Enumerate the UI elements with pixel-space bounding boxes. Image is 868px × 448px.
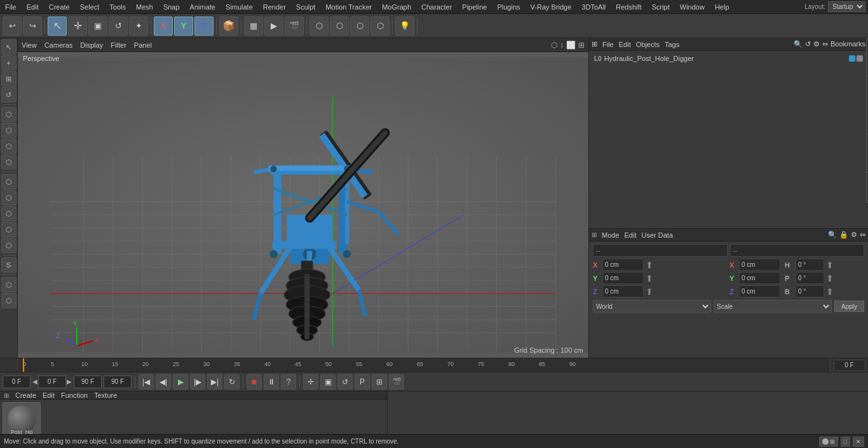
- undo-button[interactable]: ↩: [3, 17, 22, 36]
- menu-window[interactable]: Window: [675, 2, 710, 12]
- menu-motion-tracker[interactable]: Motion Tracker: [320, 2, 377, 12]
- transform-button[interactable]: ✦: [129, 17, 148, 36]
- loop-button[interactable]: ↻: [224, 374, 240, 390]
- left-tool-8[interactable]: ⬡: [1, 154, 17, 170]
- menu-plugins[interactable]: Plugins: [492, 2, 525, 12]
- left-tool-10[interactable]: ⬡: [1, 190, 17, 205]
- menu-edit[interactable]: Edit: [22, 2, 44, 12]
- y-axis-button[interactable]: Y: [174, 17, 193, 36]
- left-tool-9[interactable]: ⬡: [1, 174, 17, 189]
- menu-redshift[interactable]: Redshift: [611, 2, 646, 12]
- objects-menu-edit[interactable]: Edit: [619, 41, 631, 48]
- b-rotation-input[interactable]: [796, 285, 824, 297]
- render-view-button[interactable]: ▶: [264, 17, 283, 36]
- attr-search-icon[interactable]: 🔍: [828, 231, 837, 239]
- transform-tool-button[interactable]: ✛: [303, 374, 318, 390]
- left-tool-3[interactable]: ⊞: [1, 71, 17, 86]
- menu-pipeline[interactable]: Pipeline: [457, 2, 492, 12]
- mat-menu-edit[interactable]: Edit: [43, 391, 55, 399]
- material-thumbnail-1[interactable]: Post_Ho: [3, 402, 41, 437]
- bookmarks-button[interactable]: Bookmarks: [831, 40, 865, 48]
- current-frame-display[interactable]: [834, 360, 865, 371]
- attr-menu-userdata[interactable]: User Data: [642, 231, 674, 239]
- menu-character[interactable]: Character: [416, 2, 457, 12]
- p-spin-up[interactable]: ⬆: [826, 273, 834, 283]
- y-position-input[interactable]: [602, 272, 644, 284]
- objects-settings-icon[interactable]: ⚙: [813, 40, 820, 48]
- menu-mograph[interactable]: MoGraph: [377, 2, 416, 12]
- prev-frame-button[interactable]: ◀|: [156, 374, 171, 390]
- viewport-ctrl-4[interactable]: ⊞: [578, 41, 585, 50]
- objects-expand-icon[interactable]: ⇔: [822, 40, 828, 48]
- pin-button[interactable]: P: [355, 374, 370, 390]
- menu-select[interactable]: Select: [75, 2, 105, 12]
- left-tool-11[interactable]: ⬡: [1, 206, 17, 221]
- attr-lock-icon[interactable]: 🔒: [839, 231, 848, 239]
- h-rotation-input[interactable]: [796, 259, 824, 271]
- mat-menu-function[interactable]: Function: [61, 391, 88, 399]
- viewport-3d[interactable]: X Y Z: [18, 52, 588, 358]
- objects-refresh-icon[interactable]: ↺: [805, 40, 811, 48]
- menu-3dtoall[interactable]: 3DToAll: [576, 2, 611, 12]
- viewport-ctrl-2[interactable]: ↕: [560, 41, 564, 50]
- attr-menu-edit[interactable]: Edit: [625, 231, 637, 239]
- frame-step-input[interactable]: [38, 376, 66, 388]
- menu-render[interactable]: Render: [258, 2, 291, 12]
- light-button[interactable]: 💡: [395, 17, 414, 36]
- z-spin-up[interactable]: ⬆: [646, 287, 653, 297]
- objects-menu-tags[interactable]: Tags: [665, 41, 679, 48]
- attr-settings-icon[interactable]: ⚙: [851, 231, 857, 239]
- end-frame-input[interactable]: [74, 376, 102, 388]
- x-position-input[interactable]: [602, 259, 644, 271]
- menu-snap[interactable]: Snap: [158, 2, 185, 12]
- top-view-button[interactable]: ⬡: [350, 17, 369, 36]
- left-tool-15[interactable]: ⬡: [1, 277, 17, 292]
- play-forward-button[interactable]: ▶: [173, 374, 188, 390]
- p-rotation-input[interactable]: [796, 272, 824, 284]
- scale-tool-btn2[interactable]: ▣: [320, 374, 336, 390]
- timeline-playhead[interactable]: [23, 358, 24, 372]
- objects-search-icon[interactable]: 🔍: [794, 40, 803, 48]
- menu-file[interactable]: File: [0, 2, 22, 12]
- viewport-menu-filter[interactable]: Filter: [111, 41, 126, 49]
- mat-menu-create[interactable]: Create: [15, 391, 36, 399]
- menu-vray[interactable]: V-Ray Bridge: [526, 2, 577, 12]
- left-tool-4[interactable]: ↺: [1, 87, 17, 102]
- left-tool-12[interactable]: ⬡: [1, 222, 17, 237]
- front-view-button[interactable]: ⬡: [309, 17, 329, 36]
- viewport-menu-panel[interactable]: Panel: [134, 41, 152, 49]
- scale-dropdown[interactable]: Scale: [714, 300, 832, 313]
- select-tool-button[interactable]: ↖: [48, 17, 67, 36]
- objects-menu-file[interactable]: File: [602, 41, 614, 48]
- attr-expand-icon[interactable]: ⇔: [860, 231, 865, 239]
- x-spin-up[interactable]: ⬆: [646, 260, 653, 270]
- left-tool-2[interactable]: +: [1, 55, 17, 71]
- menu-tools[interactable]: Tools: [104, 2, 131, 12]
- mat-menu-texture[interactable]: Texture: [94, 391, 117, 399]
- move-tool-button[interactable]: ✛: [68, 17, 87, 36]
- redo-button[interactable]: ↪: [23, 17, 42, 36]
- left-tool-6[interactable]: ⬡: [1, 123, 17, 138]
- menu-sculpt[interactable]: Sculpt: [291, 2, 321, 12]
- h-spin-up[interactable]: ⬆: [826, 260, 834, 270]
- end2-frame-input[interactable]: [104, 376, 132, 388]
- grid-button[interactable]: ⊞: [372, 374, 387, 390]
- objects-menu-objects[interactable]: Objects: [636, 41, 660, 48]
- next-frame-button[interactable]: |▶: [190, 374, 205, 390]
- menu-help[interactable]: Help: [710, 2, 735, 12]
- render-region-button[interactable]: ▦: [244, 17, 263, 36]
- frame-step-forward-btn[interactable]: ▶: [67, 378, 72, 385]
- x-axis-button[interactable]: X: [154, 17, 173, 36]
- menu-simulate[interactable]: Simulate: [220, 2, 258, 12]
- z-size-input[interactable]: [739, 285, 780, 297]
- x-size-input[interactable]: [739, 259, 780, 271]
- menu-animate[interactable]: Animate: [185, 2, 220, 12]
- left-tool-13[interactable]: ⬡: [1, 238, 17, 253]
- left-tool-7[interactable]: ⬡: [1, 139, 17, 154]
- status-close-btn[interactable]: ✕: [853, 437, 864, 447]
- film-button[interactable]: 🎬: [389, 374, 404, 390]
- rotate-tool-btn2[interactable]: ↺: [337, 374, 353, 390]
- status-mode-btn-1[interactable]: ⊞: [819, 437, 838, 447]
- start-frame-input[interactable]: [3, 376, 31, 388]
- go-start-button[interactable]: |◀: [139, 374, 154, 390]
